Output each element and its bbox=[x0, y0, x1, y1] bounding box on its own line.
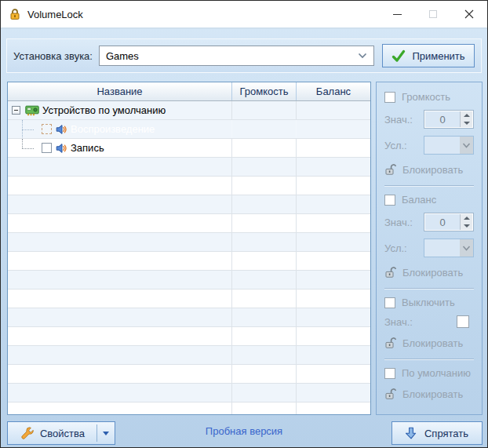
table-cell bbox=[232, 365, 297, 383]
arrow-down-icon bbox=[406, 427, 417, 439]
table-cell bbox=[8, 290, 232, 308]
column-header-balance[interactable]: Баланс bbox=[297, 82, 370, 100]
table-cell bbox=[232, 346, 297, 364]
table-cell bbox=[297, 327, 370, 345]
window-controls bbox=[379, 1, 487, 27]
preset-combobox[interactable]: Games bbox=[99, 46, 374, 66]
close-button[interactable] bbox=[451, 1, 487, 27]
spinner-down-icon[interactable] bbox=[461, 119, 472, 127]
tree-row-playback[interactable]: Воспроизведение bbox=[8, 120, 370, 139]
table-row-empty bbox=[8, 233, 370, 252]
column-header-volume[interactable]: Громкость bbox=[232, 82, 297, 100]
divider bbox=[384, 359, 474, 360]
spinner-arrows bbox=[460, 111, 472, 127]
table-cell bbox=[297, 177, 370, 195]
balance-condition-row: Усл.: bbox=[384, 239, 474, 257]
spinner-up-icon[interactable] bbox=[461, 111, 472, 119]
chevron-down-icon bbox=[460, 239, 473, 257]
table-cell bbox=[232, 120, 297, 138]
divider bbox=[384, 185, 474, 187]
table-cell bbox=[232, 139, 297, 157]
volume-condition-label: Усл.: bbox=[384, 140, 407, 151]
table-cell bbox=[232, 290, 297, 308]
default-checkbox[interactable] bbox=[384, 368, 395, 379]
divider bbox=[384, 288, 474, 290]
table-cell bbox=[8, 327, 232, 345]
apply-button-label: Применить bbox=[412, 50, 464, 62]
volume-value-label: Знач.: bbox=[384, 114, 413, 126]
balance-group-label: Баланс bbox=[402, 194, 436, 206]
balance-value-spinner[interactable]: 0 bbox=[424, 213, 474, 231]
record-checkbox[interactable] bbox=[42, 143, 52, 153]
table-row-empty bbox=[8, 402, 370, 415]
maximize-button[interactable] bbox=[415, 1, 451, 27]
speaker-icon bbox=[55, 123, 67, 136]
apply-button[interactable]: Применить bbox=[382, 44, 475, 67]
mute-value-checkbox[interactable] bbox=[457, 315, 469, 328]
table-row-empty bbox=[8, 346, 370, 365]
volumelock-window: VolumeLock Установка звука: Games bbox=[0, 0, 488, 448]
spinner-down-icon[interactable] bbox=[461, 222, 472, 230]
volume-group-label: Громкость bbox=[402, 91, 450, 103]
tree-connector bbox=[12, 139, 38, 157]
table-row-empty bbox=[8, 308, 370, 327]
column-header-name[interactable]: Название bbox=[8, 82, 232, 100]
table-cell bbox=[232, 402, 297, 415]
maximize-icon bbox=[429, 10, 437, 18]
table-cell bbox=[232, 384, 297, 402]
volume-checkbox[interactable] bbox=[384, 92, 395, 103]
table-cell bbox=[8, 346, 232, 364]
table-row-empty bbox=[8, 195, 370, 214]
hide-button-label: Спрятать bbox=[424, 428, 468, 439]
minimize-button[interactable] bbox=[379, 1, 415, 27]
table-row-empty bbox=[8, 365, 370, 384]
balance-condition-label: Усл.: bbox=[384, 242, 407, 254]
table-cell bbox=[8, 177, 232, 195]
spinner-up-icon[interactable] bbox=[461, 214, 472, 222]
playback-checkbox[interactable] bbox=[42, 124, 52, 134]
table-header: Название Громкость Баланс bbox=[8, 82, 370, 101]
wrench-icon bbox=[20, 426, 34, 440]
table-cell bbox=[297, 252, 370, 270]
volume-condition-combobox[interactable] bbox=[424, 136, 474, 155]
table-cell bbox=[297, 402, 370, 415]
properties-button[interactable]: Свойства bbox=[7, 421, 115, 445]
tree-connector bbox=[12, 120, 38, 138]
titlebar: VolumeLock bbox=[1, 1, 487, 29]
chevron-down-icon bbox=[460, 137, 473, 154]
hide-button[interactable]: Спрятать bbox=[391, 421, 483, 445]
speaker-icon bbox=[55, 142, 67, 155]
table-cell bbox=[232, 101, 297, 119]
balance-checkbox[interactable] bbox=[384, 195, 395, 206]
volume-lock-label: Блокировать bbox=[402, 164, 463, 176]
mute-group-label: Выключить bbox=[402, 297, 455, 308]
mute-value-label: Знач.: bbox=[384, 316, 413, 328]
balance-lock-button[interactable]: Блокировать bbox=[384, 266, 474, 279]
volume-value-row: Знач.: 0 bbox=[384, 110, 474, 129]
table-cell bbox=[297, 365, 370, 383]
chevron-down-icon bbox=[358, 53, 367, 59]
properties-button-main[interactable]: Свойства bbox=[8, 422, 97, 444]
balance-group-header: Баланс bbox=[384, 194, 474, 206]
properties-dropdown-button[interactable] bbox=[97, 422, 115, 444]
preset-label: Установка звука: bbox=[13, 50, 93, 62]
volume-lock-button[interactable]: Блокировать bbox=[384, 163, 474, 176]
tree-row-device[interactable]: Устройство по умолчанию bbox=[8, 101, 370, 120]
mute-checkbox[interactable] bbox=[384, 297, 395, 308]
trial-version-link[interactable]: Пробная версия bbox=[118, 425, 370, 437]
mute-lock-button[interactable]: Блокировать bbox=[384, 337, 474, 349]
default-lock-button[interactable]: Блокировать bbox=[384, 388, 474, 400]
table-cell bbox=[297, 139, 370, 157]
table-cell bbox=[297, 346, 370, 364]
tree-row-record[interactable]: Запись bbox=[8, 139, 370, 158]
minimize-icon bbox=[393, 14, 402, 15]
volume-value-spinner[interactable]: 0 bbox=[424, 110, 474, 129]
table-row-empty bbox=[8, 290, 370, 308]
balance-value: 0 bbox=[425, 214, 460, 230]
volume-condition-row: Усл.: bbox=[384, 136, 474, 155]
collapse-toggle-icon[interactable] bbox=[12, 106, 20, 115]
balance-condition-combobox[interactable] bbox=[424, 239, 474, 257]
tree-playback-label: Воспроизведение bbox=[71, 123, 155, 135]
table-cell bbox=[297, 195, 370, 213]
table-row-empty bbox=[8, 327, 370, 346]
